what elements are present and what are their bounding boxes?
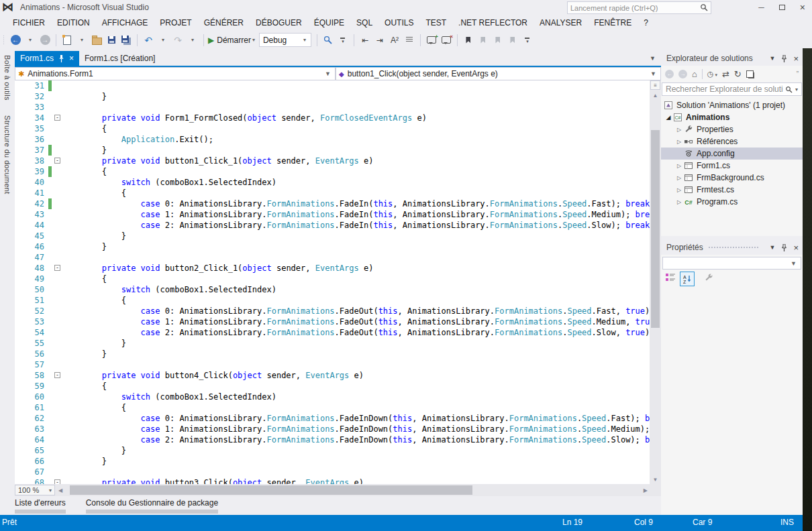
tree-item[interactable]: ▷Form1.cs xyxy=(661,160,803,172)
vertical-scroll-thumb[interactable] xyxy=(651,130,660,328)
close-panel-icon[interactable]: × xyxy=(793,243,799,253)
save-all-button[interactable] xyxy=(119,33,134,48)
window-position-dropdown-icon[interactable]: ▼ xyxy=(769,55,775,62)
quick-launch-input[interactable]: Lancement rapide (Ctrl+Q) xyxy=(567,1,711,14)
collapse-region-icon[interactable]: - xyxy=(54,265,60,271)
code-line[interactable]: 36 Application.Exit(); xyxy=(15,134,650,145)
solution-explorer-search-input[interactable]: Rechercher Explorateur de soluti ▾ xyxy=(662,82,802,96)
code-line[interactable]: 33 xyxy=(15,102,650,113)
quick-info-button[interactable]: A² xyxy=(387,33,402,48)
categorized-view-icon[interactable] xyxy=(665,272,676,286)
pin-icon[interactable] xyxy=(58,55,64,62)
toggle-bookmark-button[interactable] xyxy=(461,33,476,48)
home-icon[interactable]: ⌂ xyxy=(692,70,697,78)
scroll-up-icon[interactable]: ▲ xyxy=(653,91,658,100)
menu-item[interactable]: PROJET xyxy=(154,18,197,27)
code-line[interactable]: 40 switch (comboBox1.SelectedIndex) xyxy=(15,177,650,188)
code-line[interactable]: 67 xyxy=(15,467,650,477)
code-line[interactable]: 50 switch (comboBox1.SelectedIndex) xyxy=(15,284,650,295)
forward-button[interactable]: → xyxy=(678,70,687,78)
tree-item[interactable]: ▷FrmBackground.cs xyxy=(661,172,803,184)
uncomment-button[interactable]: × xyxy=(439,33,454,48)
navigate-forward-button[interactable]: → xyxy=(38,33,52,48)
menu-item[interactable]: GÉNÉRER xyxy=(198,18,250,27)
code-line[interactable]: 39 { xyxy=(15,166,650,177)
undo-dropdown-icon[interactable]: ▾ xyxy=(156,33,170,48)
code-line[interactable]: 52 case 0: AnimationsLibrary.FormAnimati… xyxy=(15,306,650,316)
code-line[interactable]: 49 { xyxy=(15,274,650,284)
navigate-back-dropdown-icon[interactable]: ▾ xyxy=(23,33,38,48)
menu-item[interactable]: FENÊTRE xyxy=(588,18,638,27)
code-line[interactable]: 55 } xyxy=(15,338,650,349)
expand-icon[interactable]: ▷ xyxy=(674,187,684,193)
vertical-scrollbar[interactable]: ≡ ▲ ▼ xyxy=(650,80,661,484)
property-pages-wrench-icon[interactable] xyxy=(704,273,713,285)
scroll-down-icon[interactable]: ▼ xyxy=(653,475,658,484)
expand-icon[interactable]: ▷ xyxy=(674,139,684,145)
next-bookmark-button[interactable] xyxy=(491,33,505,48)
tab-form1-cs-design[interactable]: Form1.cs [Création] xyxy=(79,51,160,66)
pending-changes-filter-icon[interactable]: ◷ ▾ xyxy=(707,70,717,79)
code-line[interactable]: 38- private void button1_Click_1(object … xyxy=(15,156,650,166)
code-line[interactable]: 45 } xyxy=(15,231,650,241)
menu-item[interactable]: DÉBOGUER xyxy=(250,18,308,27)
tree-item[interactable]: ▷Frmtest.cs xyxy=(661,184,803,196)
alphabetical-sort-icon[interactable]: AZ xyxy=(680,272,695,286)
scroll-left-icon[interactable]: ◀ xyxy=(56,486,64,495)
code-line[interactable]: 59 { xyxy=(15,381,650,392)
code-line[interactable]: 57 xyxy=(15,359,650,370)
expand-icon[interactable]: ▷ xyxy=(674,163,684,169)
auto-hide-pin-icon[interactable] xyxy=(781,244,787,251)
start-debug-button[interactable]: ▶ Démarrer ▾ xyxy=(207,33,257,48)
refresh-icon[interactable]: ↻ xyxy=(734,70,742,78)
clear-bookmarks-button[interactable] xyxy=(505,33,520,48)
split-window-handle[interactable]: ≡ xyxy=(650,80,660,90)
tab-error-list[interactable]: Liste d'erreurs xyxy=(15,496,66,515)
code-line[interactable]: 46 } xyxy=(15,241,650,252)
code-line[interactable]: 68- private void button3_Click(object se… xyxy=(15,477,650,484)
code-line[interactable]: 65 } xyxy=(15,445,650,456)
code-line[interactable]: 37 } xyxy=(15,145,650,156)
close-panel-icon[interactable]: × xyxy=(793,54,799,64)
collapse-region-icon[interactable]: - xyxy=(54,479,60,484)
menu-item[interactable]: ? xyxy=(638,18,654,27)
menu-item[interactable]: OUTILS xyxy=(378,18,419,27)
code-line[interactable]: 51 { xyxy=(15,295,650,306)
code-line[interactable]: 48- private void button2_Click_1(object … xyxy=(15,263,650,274)
tree-item[interactable]: ▷Références xyxy=(661,135,803,148)
code-line[interactable]: 47 xyxy=(15,252,650,263)
zoom-combo[interactable]: 100 % ▾ xyxy=(15,485,55,495)
toolbar-overflow-icon[interactable]: ” xyxy=(797,70,799,78)
code-line[interactable]: 31 xyxy=(15,80,650,91)
code-line[interactable]: 58- private void button4_Click(object se… xyxy=(15,370,650,381)
collapse-icon[interactable]: ◢ xyxy=(664,114,673,121)
vertical-scroll-track[interactable] xyxy=(650,100,661,475)
expand-icon[interactable]: ▷ xyxy=(674,175,684,181)
code-line[interactable]: 34- private void Form1_FormClosed(object… xyxy=(15,113,650,123)
navigate-back-button[interactable]: ← xyxy=(8,33,23,48)
toolbar-overflow-2-icon[interactable]: ▾ xyxy=(520,33,535,48)
sidebar-tab-toolbox[interactable]: Boîte à outils xyxy=(3,55,11,101)
search-options-dropdown-icon[interactable]: ▾ xyxy=(795,86,798,93)
code-line[interactable]: 41 { xyxy=(15,188,650,198)
toolbar-overflow-icon[interactable]: ▾ xyxy=(336,33,350,48)
code-line[interactable]: 62 case 0: AnimationsLibrary.FormAnimati… xyxy=(15,413,650,424)
scroll-right-icon[interactable]: ▶ xyxy=(642,486,650,495)
auto-hide-pin-icon[interactable] xyxy=(781,55,787,62)
menu-item[interactable]: ÉQUIPE xyxy=(308,18,350,27)
types-combo[interactable]: ✱ Animations.Form1 ▼ xyxy=(15,67,336,80)
code-line[interactable]: 32 } xyxy=(15,91,650,102)
tab-package-manager-console[interactable]: Console du Gestionnaire de package xyxy=(86,496,218,515)
menu-item[interactable]: .NET REFLECTOR xyxy=(452,18,534,27)
redo-button[interactable]: ↷ xyxy=(170,33,185,48)
code-line[interactable]: 66 } xyxy=(15,456,650,467)
code-line[interactable]: 54 case 2: AnimationsLibrary.FormAnimati… xyxy=(15,327,650,338)
properties-object-combo[interactable]: ▼ xyxy=(662,257,801,270)
collapse-region-icon[interactable]: - xyxy=(54,372,60,378)
new-file-button[interactable] xyxy=(60,33,74,48)
document-list-dropdown-icon[interactable]: ▼ xyxy=(644,55,661,62)
comment-button[interactable]: + xyxy=(424,33,439,48)
menu-item[interactable]: AFFICHAGE xyxy=(96,18,154,27)
horizontal-scroll-thumb[interactable] xyxy=(70,485,472,495)
open-file-button[interactable] xyxy=(89,33,104,48)
